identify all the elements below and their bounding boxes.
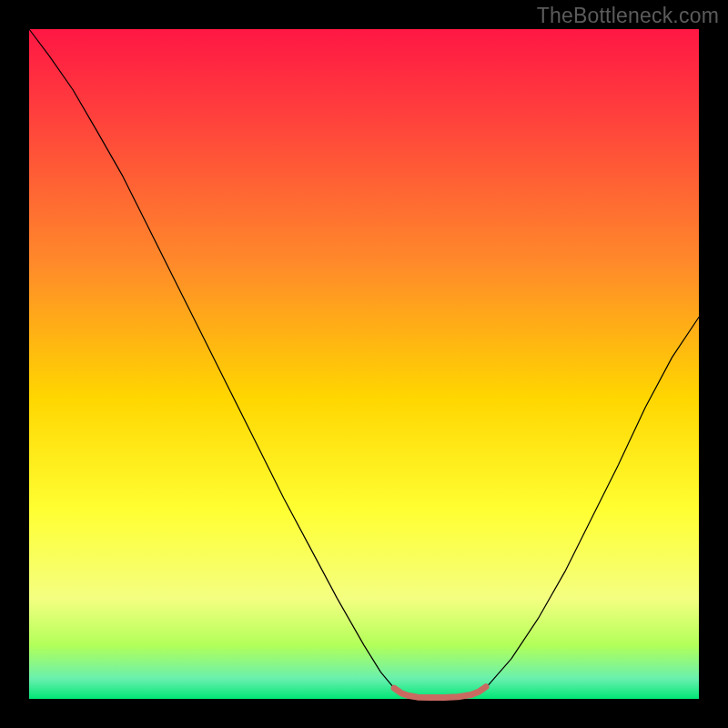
watermark-text: TheBottleneck.com <box>537 4 719 28</box>
chart-frame: TheBottleneck.com <box>0 0 728 728</box>
bottleneck-chart <box>0 0 728 728</box>
chart-background <box>29 29 699 699</box>
